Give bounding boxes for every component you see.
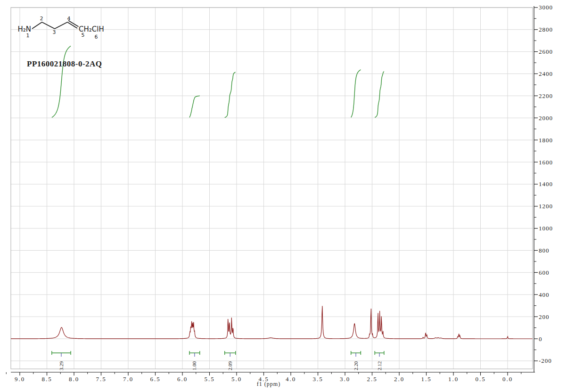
x-tick-label: 0.5	[475, 376, 485, 383]
integral-curve	[52, 46, 71, 118]
y-tick-label: 600	[539, 269, 550, 276]
y-tick-label: 2400	[539, 70, 553, 77]
y-tick-label: 1600	[539, 159, 553, 166]
integral-value-label: 3.29	[58, 361, 64, 370]
integral-value-label: 2.09	[227, 361, 233, 370]
nmr-spectrum-canvas: 3.291.002.092.202.12 9.08.58.07.57.06.56…	[0, 0, 567, 392]
x-tick-label: 8.0	[69, 376, 79, 383]
atom-number-3: 3	[53, 29, 56, 35]
y-tick-label: 1400	[539, 180, 553, 188]
x-tick-label: 3.5	[312, 376, 323, 383]
y-tick-label: 1800	[539, 137, 553, 144]
x-tick-label: 7.5	[96, 376, 106, 383]
x-tick-label: 3.0	[340, 376, 350, 383]
spectrum-trace	[11, 306, 533, 339]
atom-number-1: 1	[26, 33, 30, 39]
y-tick-label: 1200	[539, 203, 553, 210]
molecular-structure: H₂N CH₂ClH 1 2 3 4 5 6	[17, 16, 104, 40]
x-tick-label: 6.5	[150, 376, 160, 383]
atom-number-2: 2	[40, 16, 43, 22]
y-tick-label: 2600	[539, 48, 553, 55]
atom-number-5: 5	[82, 32, 85, 38]
y-tick-label: 800	[539, 247, 550, 254]
spectrum-path	[11, 306, 533, 339]
y-tick-label: 2200	[539, 92, 553, 99]
y-tick-label: 200	[539, 313, 550, 320]
x-tick-label: 5.0	[231, 376, 242, 383]
integral-curves	[52, 46, 384, 118]
atom-number-6: 6	[95, 34, 98, 40]
x-tick-label: 9.0	[15, 376, 25, 383]
integral-curve	[225, 72, 236, 117]
x-tick-label: 2.5	[367, 376, 377, 383]
x-axis-title: f1 (ppm)	[257, 381, 280, 387]
integral-curve	[189, 96, 200, 117]
integral-value-label: 2.12	[377, 361, 382, 370]
integral-curve	[351, 70, 361, 117]
y-tick-label: 0	[539, 335, 542, 343]
x-tick-label: 1.0	[448, 376, 459, 383]
x-tick-label: 2.0	[394, 376, 404, 383]
y-axis: 3000280026002400220020001800160014001200…	[534, 4, 553, 372]
x-tick-label: 6.0	[177, 376, 188, 383]
x-tick-label: 5.5	[204, 376, 214, 383]
atom-number-4: 4	[67, 16, 71, 22]
bond-lines	[32, 21, 79, 29]
nmr-plot: 3.291.002.092.202.12 9.08.58.07.57.06.56…	[0, 0, 567, 392]
x-tick-label: 4.0	[286, 376, 296, 383]
sample-title: PP160021808-0-2AQ	[27, 59, 102, 68]
y-tick-label: -200	[539, 357, 552, 364]
x-tick-label: 1.5	[421, 376, 431, 383]
y-tick-label: 2000	[539, 114, 553, 122]
y-tick-label: 1000	[539, 225, 553, 232]
integral-value-label: 2.20	[353, 361, 359, 370]
integral-curve	[375, 72, 384, 118]
y-tick-label: 400	[539, 291, 550, 298]
y-tick-label: 3000	[539, 4, 553, 11]
x-tick-label: 8.5	[41, 376, 52, 383]
x-tick-label: 7.0	[123, 376, 133, 383]
y-tick-label: 2800	[539, 26, 553, 33]
integral-value-label: 1.00	[191, 361, 197, 370]
x-tick-label: 0.0	[502, 376, 513, 383]
